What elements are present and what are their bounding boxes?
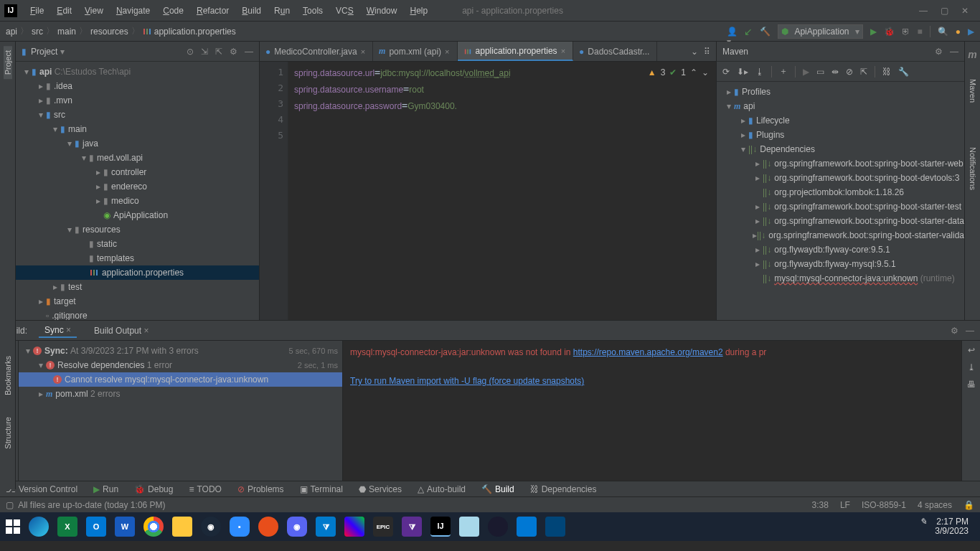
close-button[interactable]: ✕ [961,6,969,16]
taskbar-app4[interactable] [517,517,537,537]
dep-5[interactable]: org.springframework.boot:spring-boot-sta… [768,230,964,240]
settings-icon[interactable]: ⚙ [230,47,237,57]
tab-dadoscadastro[interactable]: ●DadosCadastr... [573,42,657,61]
taskbar-explorer[interactable] [172,517,192,537]
add-icon[interactable]: ＋ [779,65,788,77]
taskbar-notepad[interactable] [459,517,479,537]
tree-gitignore[interactable]: .gitignore [52,311,87,320]
tab-dropdown-icon[interactable]: ⌄ [691,47,698,57]
maximize-button[interactable]: ▢ [941,6,948,16]
notifications-tool-tab[interactable]: Notifications [969,143,977,194]
tree-mvn[interactable]: .mvn [54,95,72,105]
build-output-tab[interactable]: Build Output × [88,324,154,337]
editor-content[interactable]: spring.datasource.url=jdbc:mysql://local… [288,62,716,320]
tw-problems[interactable]: ⊘Problems [237,484,284,494]
run-button[interactable]: ▶ [870,27,877,37]
tab-list-icon[interactable]: ⠿ [704,47,710,57]
maven-plugins[interactable]: Plugins [756,130,784,140]
exec-icon[interactable]: ▭ [816,67,824,77]
taskbar-intellij[interactable]: IJ [430,517,451,537]
dep-7[interactable]: org.flywaydb:flyway-mysql:9.5.1 [774,259,895,269]
taskbar-app1[interactable] [258,517,278,537]
taskbar-app5[interactable] [545,517,565,537]
menu-edit[interactable]: Edit [51,3,77,19]
dep-4[interactable]: org.springframework.boot:spring-boot-sta… [774,216,964,226]
debug-button[interactable]: 🐞 [884,27,895,37]
crumb-3[interactable]: resources [90,27,128,37]
gear-icon[interactable]: ⚙ [935,47,943,57]
tree-controller[interactable]: controller [111,167,146,177]
tab-appprops[interactable]: application.properties× [458,42,574,61]
tree-medico[interactable]: medico [111,196,139,206]
file-encoding[interactable]: ISO-8859-1 [862,500,906,510]
close-icon[interactable]: × [445,47,449,56]
menu-help[interactable]: Help [404,3,433,19]
tree-endereco[interactable]: endereco [111,182,147,192]
tw-terminal[interactable]: ▣Terminal [300,484,343,494]
line-separator[interactable]: LF [840,500,850,510]
project-tree[interactable]: ▾▮api C:\Estudos Tech\api ▸▮.idea ▸▮.mvn… [16,62,259,320]
ide-updates-icon[interactable]: ● [956,27,961,37]
menu-build[interactable]: Build [236,3,267,19]
error-node[interactable]: Cannot resolve mysql:mysql-connector-jav… [65,375,268,385]
toggle-offline-icon[interactable]: ⇹ [831,67,839,77]
crumb-0[interactable]: api [6,27,17,37]
taskbar-word[interactable]: W [115,517,135,537]
tool-windows-toggle[interactable]: ▢ [6,500,14,510]
menu-vcs[interactable]: VCS [330,3,359,19]
breadcrumb[interactable]: api〉 src〉 main〉 resources〉 application.p… [6,25,236,37]
tw-todo[interactable]: ≡TODO [189,484,221,494]
crumb-4[interactable]: application.properties [154,27,236,37]
expand-all-icon[interactable]: ⇲ [201,47,208,57]
menu-code[interactable]: Code [157,3,189,19]
close-icon[interactable]: × [561,47,565,55]
hide-icon[interactable]: — [950,47,958,57]
tree-root[interactable]: api [39,67,52,77]
menu-refactor[interactable]: Refactor [191,3,235,19]
collapse-icon[interactable]: ⇱ [860,67,867,77]
tree-java[interactable]: java [83,138,98,149]
maven-lifecycle[interactable]: Lifecycle [756,116,790,126]
crumb-2[interactable]: main [57,27,76,37]
resolve-node[interactable]: Resolve dependencies [57,360,144,370]
tree-src[interactable]: src [54,110,65,120]
vcs-update-icon[interactable]: ↙ [744,26,753,37]
build-tree[interactable]: ▾!Sync: At 3/9/2023 2:17 PM with 3 error… [19,341,343,481]
coverage-button[interactable]: ⛨ [902,27,910,37]
dep-2[interactable]: org.projectlombok:lombok:1.18.26 [774,187,904,197]
stop-button[interactable]: ■ [918,27,923,37]
taskbar-outlook[interactable]: O [86,517,106,537]
start-button[interactable] [6,519,20,534]
tree-templates[interactable]: templates [97,253,134,263]
force-update-link[interactable]: Try to run Maven import with -U flag (fo… [350,376,584,386]
dep-3[interactable]: org.springframework.boot:spring-boot-sta… [774,202,961,212]
tw-dependencies[interactable]: ⛓Dependencies [530,484,597,494]
tw-build[interactable]: 🔨Build [481,484,514,494]
tree-appprops[interactable]: application.properties [102,268,184,278]
select-opened-icon[interactable]: ⊙ [187,47,194,57]
features-icon[interactable]: ▶ [968,27,974,37]
crumb-1[interactable]: src [32,27,43,37]
taskbar-chrome[interactable] [143,517,164,537]
gear-icon[interactable]: ⚙ [951,326,958,336]
taskbar-edge[interactable] [29,517,49,537]
readonly-toggle[interactable]: 🔒 [963,500,974,510]
taskbar-steam[interactable]: ◉ [201,517,221,537]
menu-file[interactable]: File [24,3,50,19]
hide-icon[interactable]: — [966,326,974,336]
tree-apiapp[interactable]: ApiApplication [113,210,168,220]
build-icon[interactable]: 🔨 [760,27,771,37]
sync-node[interactable]: Sync: [44,346,68,356]
tw-autobuild[interactable]: △Auto-build [418,484,466,494]
print-icon[interactable]: 🖶 [967,380,976,390]
generate-sources-icon[interactable]: ⬇▸ [737,67,748,77]
tab-pom[interactable]: mpom.xml (api)× [373,42,457,61]
tw-run[interactable]: ▶Run [93,484,118,494]
maven-api[interactable]: api [743,101,755,111]
menu-window[interactable]: Window [361,3,403,19]
scroll-end-icon[interactable]: ⤓ [968,362,975,372]
main-menu[interactable]: File Edit View Navigate Code Refactor Bu… [24,3,433,19]
project-tool-tab[interactable]: Project [4,46,12,79]
indent-info[interactable]: 4 spaces [918,500,952,510]
taskbar-zoom[interactable]: ▪ [230,517,250,537]
